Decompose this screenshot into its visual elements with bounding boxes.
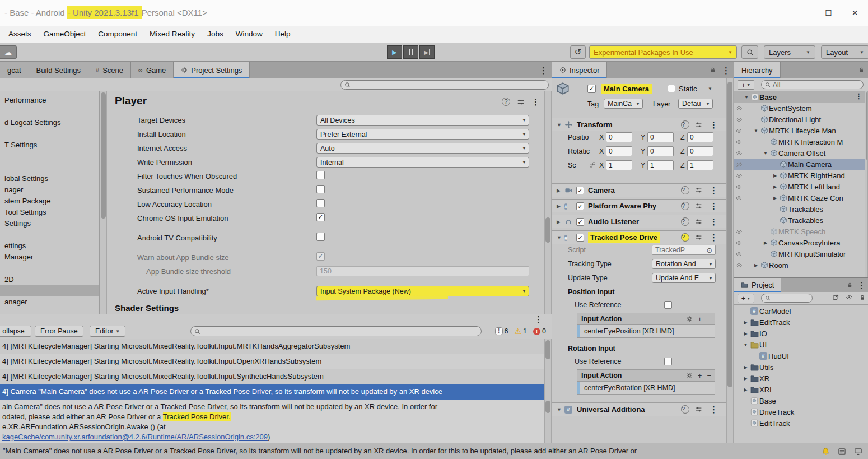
sidebar-item-nager[interactable]: nager	[0, 184, 99, 196]
sidebar-item-item[interactable]	[0, 285, 99, 296]
tab-hierarchy[interactable]: Hierarchy	[734, 62, 781, 78]
project-item-utils[interactable]: ▶Utils	[734, 361, 865, 373]
eye-icon[interactable]	[734, 239, 743, 247]
foldout-closed-icon[interactable]: ▶	[772, 184, 778, 189]
foldout-open-icon[interactable]: ▼	[557, 122, 562, 128]
sidebar-item-manager[interactable]: Manager	[0, 252, 99, 263]
kebab-menu-icon[interactable]: ⋮	[857, 281, 866, 289]
hierarchy-item-mrtk-speech[interactable]: MRTK Speech	[734, 226, 865, 237]
layer-dropdown[interactable]: Defau▼	[678, 99, 713, 109]
foldout-open-icon[interactable]: ▼	[753, 128, 759, 133]
menu-jobs[interactable]: Jobs	[201, 26, 230, 43]
filter-touches-when-obscured-checkbox[interactable]	[316, 171, 325, 179]
warning-count-toggle[interactable]: ⚠1	[515, 327, 528, 335]
hierarchy-item-mrtk-gaze-con[interactable]: ▶MRTK Gaze Con	[734, 192, 865, 203]
preset-icon[interactable]	[695, 234, 702, 241]
chrome-os-input-emulation-checkbox[interactable]: ✓	[316, 213, 325, 221]
create-button[interactable]: +▼	[738, 294, 754, 303]
project-settings-search-input[interactable]	[340, 80, 549, 90]
lock-icon[interactable]	[847, 282, 853, 288]
kebab-menu-icon[interactable]: ⋮	[710, 202, 718, 210]
console-log-entry[interactable]: 4] [MRTKLifecycleManager] Starting Micro…	[0, 354, 544, 369]
component-header-platform-aware-phy[interactable]: ▶ # ✓ Platform Aware Phy ? ⋮	[552, 199, 726, 212]
tab-build-settings[interactable]: Build Settings	[29, 62, 89, 78]
preset-icon[interactable]	[695, 406, 702, 413]
link-scale-icon[interactable]	[589, 161, 596, 168]
lock-icon[interactable]	[710, 67, 716, 73]
foldout-closed-icon[interactable]: ▶	[742, 331, 749, 336]
console-log-entry[interactable]: 4] [MRTKLifecycleManager] Starting Micro…	[0, 369, 544, 384]
update-type-dropdown[interactable]: Update And E▼	[652, 273, 716, 283]
hierarchy-item-directional-light[interactable]: Directional Light	[734, 114, 865, 125]
x-field[interactable]: 0	[606, 132, 632, 142]
remove-icon[interactable]: −	[707, 372, 711, 379]
z-field[interactable]: 0	[687, 146, 713, 156]
y-field[interactable]: 0	[647, 146, 674, 156]
sidebar-item-stem-package[interactable]: stem Package	[0, 196, 99, 207]
sidebar-item-tool-settings[interactable]: Tool Settings	[0, 207, 99, 218]
menu-gameobject[interactable]: GameObject	[38, 26, 92, 43]
experimental-packages-dropdown[interactable]: Experimental Packages In Use▼	[589, 45, 737, 59]
preset-icon[interactable]	[695, 121, 702, 128]
notification-bell-icon[interactable]	[822, 447, 830, 456]
input-action-header[interactable]: Input Action + −	[577, 369, 715, 382]
input-action-header[interactable]: Input Action + −	[577, 313, 715, 325]
remove-icon[interactable]: −	[707, 316, 711, 323]
settings-scrollbar[interactable]	[544, 91, 552, 314]
foldout-closed-icon[interactable]: ▶	[742, 376, 749, 381]
input-action-binding[interactable]: centerEyePosition [XR HMD]	[577, 325, 715, 338]
target-devices-dropdown[interactable]: All Devices▼	[316, 115, 529, 126]
menu-window[interactable]: Window	[230, 26, 269, 43]
editor-dropdown[interactable]: Editor ▼	[90, 326, 125, 337]
hierarchy-item-mrtk-lefthand[interactable]: ▶MRTK LeftHand	[734, 181, 865, 192]
foldout-closed-icon[interactable]: ▶	[772, 173, 778, 178]
console-log-entry[interactable]: 4] [MRTKLifecycleManager] Starting Micro…	[0, 339, 544, 354]
pause-button[interactable]	[403, 45, 418, 59]
sidebar-item-settings[interactable]: Settings	[0, 218, 99, 229]
eye-icon[interactable]	[734, 172, 743, 179]
gear-icon[interactable]	[686, 372, 693, 379]
sidebar-item-2d[interactable]: 2D	[0, 274, 99, 285]
eye-icon[interactable]	[846, 294, 853, 301]
foldout-open-icon[interactable]: ▼	[557, 235, 562, 240]
error-pause-button[interactable]: Error Pause	[35, 326, 83, 337]
enabled-checkbox[interactable]: ✓	[576, 202, 584, 210]
status-bar[interactable]: "Main Camera" does not use a AR Pose Dri…	[0, 443, 868, 459]
toolbar-search-button[interactable]	[741, 45, 758, 59]
component-header-audio-listener[interactable]: ▶ ✓ Audio Listener ? ⋮	[552, 215, 726, 228]
component-header-tracked-pose-drive[interactable]: ▼ # ✓ Tracked Pose Drive ? ⋮	[552, 230, 726, 244]
android-tv-compatibility-checkbox[interactable]	[316, 233, 325, 241]
z-field[interactable]: 1	[687, 160, 713, 170]
foldout-open-icon[interactable]: ▼	[762, 151, 769, 156]
hierarchy-item-mrtk-righthand[interactable]: ▶MRTK RightHand	[734, 170, 865, 181]
z-field[interactable]: 0	[687, 132, 713, 142]
help-icon[interactable]: ?	[681, 120, 689, 129]
eye-icon[interactable]	[734, 194, 743, 202]
enabled-checkbox[interactable]: ✓	[587, 85, 596, 93]
foldout-closed-icon[interactable]: ▶	[753, 263, 759, 268]
tab-scene[interactable]: #Scene	[88, 62, 131, 78]
detail-scrollbar[interactable]	[544, 400, 552, 443]
hierarchy-item-camera-offset[interactable]: ▼Camera Offset	[734, 147, 865, 159]
preset-icon[interactable]	[517, 98, 525, 106]
gear-icon[interactable]	[686, 316, 693, 322]
eye-icon[interactable]	[734, 262, 743, 269]
sustained-performance-mode-checkbox[interactable]	[316, 185, 325, 193]
minimize-button[interactable]: ─	[789, 0, 815, 26]
project-item-xr[interactable]: ▶XR	[734, 373, 865, 384]
eye-off-icon[interactable]	[734, 161, 743, 168]
project-item-io[interactable]: ▶IO	[734, 328, 865, 339]
app-bundle-size-threshold-field[interactable]: 150	[316, 266, 529, 276]
layout-dropdown[interactable]: Layout▼	[821, 45, 868, 59]
foldout-open-icon[interactable]: ▼	[742, 342, 749, 347]
maximize-button[interactable]: ☐	[815, 0, 842, 26]
hierarchy-item-base[interactable]: ▼Base⋮	[734, 91, 865, 103]
kebab-menu-icon[interactable]: ⋮	[534, 315, 543, 323]
y-field[interactable]: 0	[647, 132, 674, 142]
hierarchy-search-input[interactable]: All	[761, 80, 864, 89]
help-icon[interactable]: ?	[681, 202, 689, 210]
gameobject-name[interactable]: Main Camera	[601, 84, 652, 94]
project-item-xri[interactable]: ▶XRI	[734, 384, 865, 395]
inspector-scrollbar[interactable]	[726, 78, 734, 443]
write-permission-dropdown[interactable]: Internal▼	[316, 157, 529, 168]
